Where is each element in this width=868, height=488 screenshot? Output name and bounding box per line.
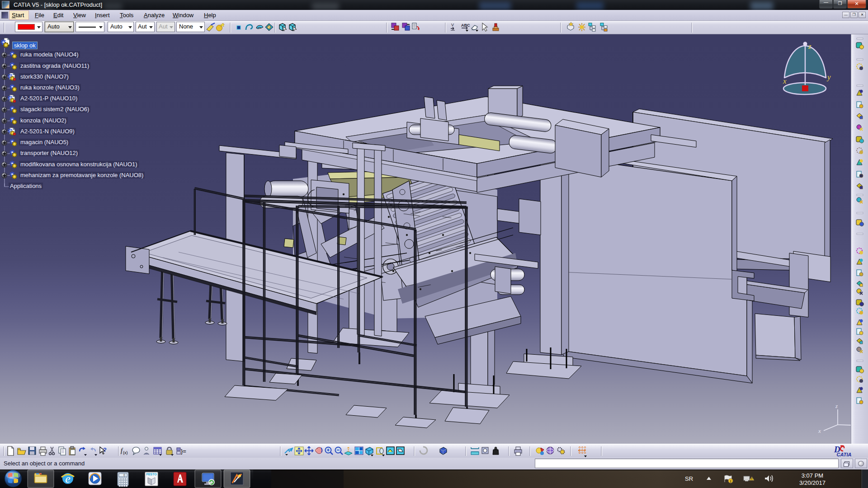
svg-text:?: ? — [103, 446, 107, 453]
svg-text:FESTO: FESTO — [146, 473, 157, 476]
svg-text:CATIA: CATIA — [837, 452, 852, 457]
svg-text:3:07 PM: 3:07 PM — [802, 472, 823, 479]
svg-text:V: V — [451, 23, 454, 27]
svg-text:}=: }= — [181, 448, 186, 455]
svg-text:z: z — [835, 403, 838, 409]
svg-text:!: ! — [751, 477, 752, 480]
svg-text:SR: SR — [685, 475, 693, 482]
svg-text:0: 0 — [123, 474, 125, 477]
svg-text:x: x — [818, 427, 821, 434]
svg-text:z: z — [808, 42, 811, 51]
svg-text:x: x — [783, 77, 787, 85]
svg-text:y: y — [826, 73, 831, 81]
svg-text:3/20/2017: 3/20/2017 — [799, 479, 826, 486]
svg-text:(x): (x) — [123, 450, 128, 455]
svg-text:!: ! — [730, 479, 731, 483]
svg-text:ABC: ABC — [461, 23, 470, 28]
